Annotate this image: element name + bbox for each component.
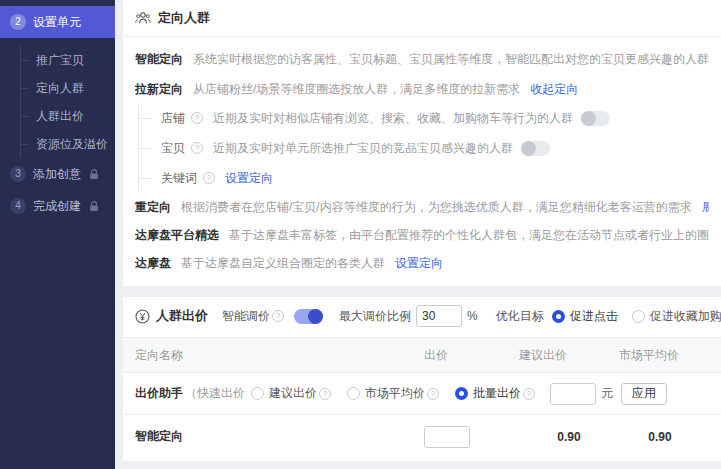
quick-bid-text: （快速出价 [185, 385, 245, 402]
help-icon[interactable] [203, 172, 215, 184]
targeting-panel: 定向人群 智能定向 系统实时根据您的访客属性、宝贝标题、宝贝属性等维度，智能匹配… [123, 0, 721, 286]
shop-targeting-row: 店铺 近期及实时对相似店铺有浏览、搜索、收藏、加购物车等行为的人群 [139, 103, 709, 133]
percent-sign: % [467, 309, 478, 323]
targeting-panel-body: 智能定向 系统实时根据您的访客属性、宝贝标题、宝贝属性等维度，智能匹配出对您的宝… [123, 37, 721, 275]
suggested-bid-radio[interactable] [251, 387, 264, 400]
bid-row-name: 智能定向 [135, 428, 424, 445]
row-label: 宝贝 [161, 140, 185, 157]
smart-bid-input[interactable] [424, 426, 470, 448]
row-label: 拉新定向 [135, 81, 183, 98]
retargeting-row: 重定向 根据消费者在您店铺/宝贝/内容等维度的行为，为您挑选优质人群，满足您精细… [135, 195, 709, 219]
suggested-bid-value: 0.90 [519, 430, 619, 444]
sidebar-item-placement[interactable]: 资源位及溢价 [21, 130, 115, 158]
subitem-label: 人群出价 [36, 108, 84, 125]
bid-assistant-label: 出价助手 [135, 385, 183, 402]
row-desc: 近期及实时对单元所选推广宝贝的竞品宝贝感兴趣的人群 [213, 140, 513, 157]
sidebar-item-audience-bid[interactable]: 人群出价 [21, 102, 115, 130]
set-targeting-link[interactable]: 设置定向 [225, 170, 273, 187]
ad-unit-setup-screen: 1 设置计划 2 设置单元 推广宝贝 定向人群 人群出价 资源位及溢价 3 添加… [0, 0, 721, 469]
col-header-bid: 出价 [424, 347, 519, 364]
lock-icon [89, 201, 99, 212]
subitem-label: 定向人群 [36, 80, 84, 97]
row-desc: 系统实时根据您的访客属性、宝贝标题、宝贝属性等维度，智能匹配出对您的宝贝更感兴趣… [193, 51, 709, 68]
sidebar-step-creative[interactable]: 3 添加创意 [0, 158, 115, 190]
step-label: 设置单元 [33, 14, 81, 31]
step-label: 添加创意 [33, 166, 81, 183]
acquisition-sub-options: 店铺 近期及实时对相似店铺有浏览、搜索、收藏、加购物车等行为的人群 宝贝 近期及… [138, 103, 709, 193]
row-desc: 基于达摩盘自定义组合圈定的各类人群 [181, 255, 385, 272]
market-price-label[interactable]: 市场平均价 [365, 385, 425, 402]
yuan-unit: 元 [601, 385, 613, 402]
panel-title: 人群出价 [156, 307, 208, 325]
opt-collect-label[interactable]: 促进收藏加购 [650, 308, 721, 325]
sidebar-subnav: 推广宝贝 定向人群 人群出价 资源位及溢价 [20, 46, 115, 158]
coin-icon [135, 309, 150, 324]
opt-collect-radio[interactable] [632, 310, 645, 323]
subitem-label: 资源位及溢价 [36, 136, 108, 153]
main-content: 定向人群 智能定向 系统实时根据您的访客属性、宝贝标题、宝贝属性等维度，智能匹配… [123, 0, 721, 469]
wizard-sidebar: 1 设置计划 2 设置单元 推广宝贝 定向人群 人群出价 资源位及溢价 3 添加… [0, 0, 115, 469]
set-targeting-link[interactable]: 设置定向 [395, 255, 443, 272]
step-number-badge: 4 [10, 198, 26, 214]
help-icon[interactable] [523, 388, 535, 400]
smart-pricing-toggle[interactable] [294, 309, 323, 324]
smart-targeting-bid-row: 智能定向 0.90 0.90 [123, 415, 721, 458]
max-ratio-label: 最大调价比例 [339, 308, 411, 325]
smart-targeting-row: 智能定向 系统实时根据您的访客属性、宝贝标题、宝贝属性等维度，智能匹配出对您的宝… [135, 47, 709, 71]
help-icon[interactable] [272, 310, 284, 322]
sidebar-item-promote-item[interactable]: 推广宝贝 [21, 46, 115, 74]
row-label: 店铺 [161, 110, 185, 127]
dmp-row: 达摩盘 基于达摩盘自定义组合圈定的各类人群 设置定向 [135, 251, 709, 275]
acquisition-targeting-row: 拉新定向 从店铺粉丝/场景等维度圈选投放人群，满足多维度的拉新需求 收起定向 [135, 77, 709, 101]
max-ratio-input[interactable] [416, 305, 462, 327]
suggested-bid-label[interactable]: 建议出价 [269, 385, 317, 402]
step-number-badge: 2 [10, 14, 26, 30]
row-desc: 基于达摩盘丰富标签，由平台配置推荐的个性化人群包，满足您在活动节点或者行业上的圈… [229, 227, 709, 244]
opt-click-radio[interactable] [552, 310, 565, 323]
col-header-market: 市场平均价 [619, 347, 709, 364]
row-desc: 从店铺粉丝/场景等维度圈选投放人群，满足多维度的拉新需求 [193, 81, 520, 98]
crowd-icon [135, 11, 151, 25]
row-label: 智能定向 [135, 51, 183, 68]
market-price-radio[interactable] [347, 387, 360, 400]
optimize-goal-label: 优化目标 [496, 308, 544, 325]
step-label: 完成创建 [33, 198, 81, 215]
item-targeting-row: 宝贝 近期及实时对单元所选推广宝贝的竞品宝贝感兴趣的人群 [139, 133, 709, 163]
expand-targeting-link[interactable]: 展开定向 [702, 199, 709, 216]
row-desc: 根据消费者在您店铺/宝贝/内容等维度的行为，为您挑选优质人群，满足您精细化老客运… [181, 199, 692, 216]
panel-title: 定向人群 [158, 9, 210, 27]
dmp-platform-row: 达摩盘平台精选 基于达摩盘丰富标签，由平台配置推荐的个性化人群包，满足您在活动节… [135, 223, 709, 247]
opt-click-label[interactable]: 促进点击 [570, 308, 618, 325]
help-icon[interactable] [319, 388, 331, 400]
targeting-panel-header: 定向人群 [123, 0, 721, 37]
batch-bid-label[interactable]: 批量出价 [473, 385, 521, 402]
bidding-panel: 人群出价 智能调价 最大调价比例 % 优化目标 促进点击 促进收藏加购 促进成交… [123, 297, 721, 461]
sidebar-step-unit[interactable]: 2 设置单元 [0, 6, 115, 38]
sidebar-step-finish[interactable]: 4 完成创建 [0, 190, 115, 222]
col-header-name: 定向名称 [135, 347, 424, 364]
help-icon[interactable] [427, 388, 439, 400]
row-label: 达摩盘平台精选 [135, 227, 219, 244]
sidebar-item-targeting[interactable]: 定向人群 [21, 74, 115, 102]
keyword-targeting-row: 关键词 设置定向 [139, 163, 709, 193]
market-price-value: 0.90 [619, 430, 709, 444]
step-number-badge: 3 [10, 166, 26, 182]
subitem-label: 推广宝贝 [36, 52, 84, 69]
batch-bid-radio[interactable] [455, 387, 468, 400]
row-label: 重定向 [135, 199, 171, 216]
shop-targeting-toggle[interactable] [581, 111, 610, 126]
row-label: 关键词 [161, 170, 197, 187]
batch-bid-input[interactable] [550, 383, 596, 405]
row-desc: 近期及实时对相似店铺有浏览、搜索、收藏、加购物车等行为的人群 [213, 110, 573, 127]
item-targeting-toggle[interactable] [521, 141, 550, 156]
bid-assistant-row: 出价助手 （快速出价 建议出价 市场平均价 批量出价 元 应用 [123, 373, 721, 415]
smart-pricing-label: 智能调价 [222, 308, 270, 325]
row-label: 达摩盘 [135, 255, 171, 272]
col-header-suggested: 建议出价 [519, 347, 619, 364]
help-icon[interactable] [191, 142, 203, 154]
collapse-targeting-link[interactable]: 收起定向 [530, 81, 578, 98]
bid-table-header: 定向名称 出价 建议出价 市场平均价 [123, 337, 721, 373]
bidding-panel-header: 人群出价 智能调价 最大调价比例 % 优化目标 促进点击 促进收藏加购 促进成交 [135, 301, 709, 331]
help-icon[interactable] [191, 112, 203, 124]
apply-button[interactable]: 应用 [621, 383, 667, 405]
